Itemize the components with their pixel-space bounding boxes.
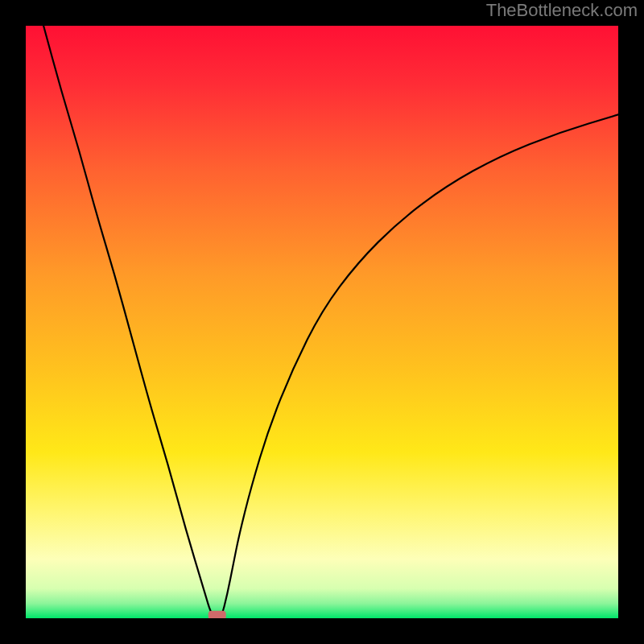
gradient-background xyxy=(26,26,618,618)
minimum-marker xyxy=(208,611,226,618)
plot-area xyxy=(26,26,618,618)
chart-svg xyxy=(26,26,618,618)
chart-container: TheBottleneck.com xyxy=(0,0,644,644)
watermark-text: TheBottleneck.com xyxy=(486,0,638,21)
